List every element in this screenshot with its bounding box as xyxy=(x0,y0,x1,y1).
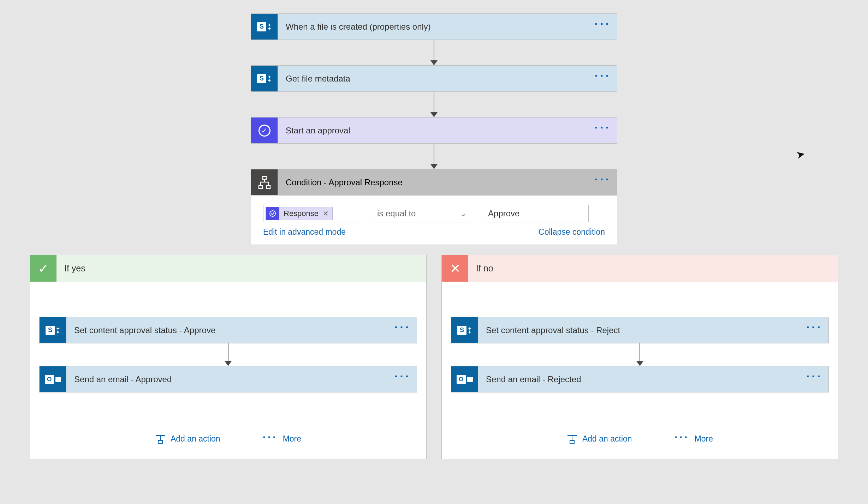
branch-title: If yes xyxy=(57,263,85,274)
step-title: Get file metadata xyxy=(278,66,589,91)
add-action-button[interactable]: Add an action xyxy=(567,433,632,444)
condition-lhs-input[interactable]: Response ✕ xyxy=(263,205,361,222)
send-email-rejected-step[interactable]: O Send an email - Rejected ··· xyxy=(451,366,829,392)
more-button[interactable]: ··· More xyxy=(263,433,301,445)
trigger-step[interactable]: S✦✦ When a file is created (properties o… xyxy=(251,13,617,40)
step-title: Send an email - Approved xyxy=(66,366,388,392)
branch-no-header: ✕ If no xyxy=(442,255,838,282)
svg-rect-2 xyxy=(267,186,270,188)
svg-rect-0 xyxy=(263,176,266,179)
svg-point-3 xyxy=(270,211,275,216)
flow-arrow xyxy=(228,343,228,366)
branch-title: If no xyxy=(468,263,493,274)
token-label: Response xyxy=(279,209,323,218)
edit-advanced-mode-link[interactable]: Edit in advanced mode xyxy=(263,227,346,237)
flow-arrow xyxy=(434,144,434,169)
outlook-icon: O xyxy=(40,366,66,392)
dynamic-content-token[interactable]: Response ✕ xyxy=(266,207,333,220)
value-text: Approve xyxy=(488,209,519,218)
condition-rhs-input[interactable]: Approve xyxy=(483,205,589,222)
step-menu-button[interactable]: ··· xyxy=(388,366,417,392)
condition-operator-select[interactable]: is equal to ⌄ xyxy=(372,205,472,222)
sharepoint-icon: S✦✦ xyxy=(251,14,278,40)
close-icon: ✕ xyxy=(442,255,468,282)
step-title: Start an approval xyxy=(278,118,589,143)
svg-rect-1 xyxy=(259,186,262,188)
flow-arrow xyxy=(640,343,640,366)
token-remove-button[interactable]: ✕ xyxy=(323,209,329,218)
condition-icon xyxy=(251,169,278,195)
mouse-cursor-icon: ➤ xyxy=(795,148,807,161)
collapse-condition-link[interactable]: Collapse condition xyxy=(539,227,605,237)
add-action-button[interactable]: Add an action xyxy=(155,433,220,444)
more-icon: ··· xyxy=(674,431,690,443)
condition-step[interactable]: Condition - Approval Response ··· xyxy=(251,169,617,196)
approval-icon xyxy=(266,207,279,220)
step-menu-button[interactable]: ··· xyxy=(589,169,617,195)
condition-body: Response ✕ is equal to ⌄ Approve Edit in… xyxy=(251,196,617,245)
step-menu-button[interactable]: ··· xyxy=(800,317,828,343)
send-email-approved-step[interactable]: O Send an email - Approved ··· xyxy=(39,366,417,392)
set-content-approval-reject-step[interactable]: S✦✦ Set content approval status - Reject… xyxy=(451,317,829,343)
step-menu-button[interactable]: ··· xyxy=(589,66,617,91)
sharepoint-icon: S✦✦ xyxy=(40,317,66,343)
step-menu-button[interactable]: ··· xyxy=(388,317,417,343)
operator-value: is equal to xyxy=(377,209,416,218)
check-icon: ✓ xyxy=(30,255,57,282)
outlook-icon: O xyxy=(451,366,478,392)
add-action-icon xyxy=(567,433,577,444)
sharepoint-icon: S✦✦ xyxy=(451,317,478,343)
step-menu-button[interactable]: ··· xyxy=(589,118,617,143)
flow-arrow xyxy=(434,40,434,65)
flow-arrow xyxy=(434,92,434,117)
step-title: Condition - Approval Response xyxy=(278,169,589,195)
sharepoint-icon: S✦✦ xyxy=(251,66,278,91)
svg-rect-5 xyxy=(570,440,574,443)
step-title: Send an email - Rejected xyxy=(478,366,800,392)
branch-yes: ✓ If yes S✦✦ Set content approval status… xyxy=(30,255,427,459)
get-file-metadata-step[interactable]: S✦✦ Get file metadata ··· xyxy=(251,65,617,92)
add-action-icon xyxy=(155,433,166,444)
step-title: When a file is created (properties only) xyxy=(278,14,589,40)
step-menu-button[interactable]: ··· xyxy=(589,14,617,40)
branch-yes-header: ✓ If yes xyxy=(30,255,426,282)
set-content-approval-approve-step[interactable]: S✦✦ Set content approval status - Approv… xyxy=(39,317,417,343)
approval-icon: ✓ xyxy=(251,118,278,143)
step-menu-button[interactable]: ··· xyxy=(800,366,828,392)
step-title: Set content approval status - Reject xyxy=(478,317,800,343)
more-icon: ··· xyxy=(263,431,278,443)
chevron-down-icon: ⌄ xyxy=(460,209,467,218)
branch-no: ✕ If no S✦✦ Set content approval status … xyxy=(441,255,838,459)
more-button[interactable]: ··· More xyxy=(674,433,713,445)
svg-rect-4 xyxy=(158,440,162,443)
start-approval-step[interactable]: ✓ Start an approval ··· xyxy=(251,117,617,144)
step-title: Set content approval status - Approve xyxy=(66,317,388,343)
